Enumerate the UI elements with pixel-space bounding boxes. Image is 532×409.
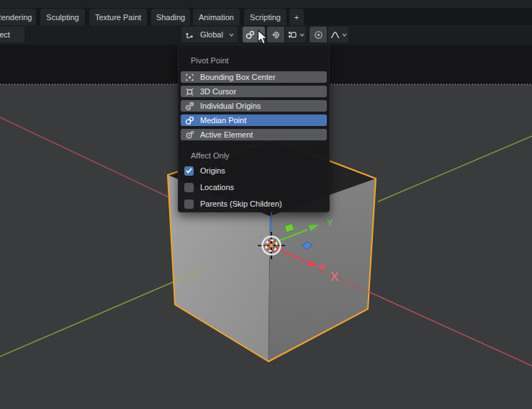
menu-item-bounding-box-center[interactable]: Bounding Box Center — [181, 71, 327, 83]
x-axis-gridline-right — [370, 292, 532, 366]
falloff-curve-icon — [330, 30, 340, 40]
origins-checkbox[interactable] — [184, 166, 194, 176]
checkbox-row-locations[interactable]: Locations — [184, 181, 329, 193]
axis-label-y: Y — [327, 217, 333, 228]
locations-checkbox[interactable] — [184, 183, 194, 192]
object-origin-dot — [269, 243, 273, 247]
tab-animation[interactable]: Animation — [193, 9, 240, 25]
pivot-point-dropdown[interactable] — [243, 27, 265, 42]
pivot-point-menu: Pivot Point Bounding Box Center 3D Curso… — [178, 45, 330, 212]
individual-origins-icon — [185, 102, 194, 111]
topbar-strip — [0, 0, 532, 8]
chevron-down-icon — [229, 33, 234, 37]
mode-dropdown[interactable]: Object — [0, 27, 24, 42]
viewport-header: Object Global — [0, 25, 532, 45]
menu-item-3d-cursor[interactable]: 3D Cursor — [181, 86, 327, 97]
magnet-icon — [271, 30, 281, 40]
snap-with-icon — [288, 30, 297, 40]
check-icon — [186, 168, 192, 174]
chevron-down-icon — [257, 33, 262, 37]
y-axis-gridline-right — [378, 136, 532, 202]
proportional-editing-toggle[interactable] — [310, 27, 327, 42]
pivot-point-icon — [245, 30, 255, 40]
cursor-3d-icon — [185, 87, 194, 96]
topbar: Rendering Sculpting Texture Paint Shadin… — [0, 0, 532, 25]
proportional-editing-icon — [314, 30, 323, 40]
orientation-global-icon — [185, 30, 194, 40]
active-element-icon — [185, 130, 194, 140]
chevron-down-icon — [299, 33, 305, 37]
tab-scripting[interactable]: Scripting — [244, 9, 287, 25]
add-workspace-button[interactable]: + — [289, 9, 304, 25]
tab-shading[interactable]: Shading — [151, 9, 190, 25]
parents-checkbox[interactable] — [184, 199, 194, 209]
menu-item-active-element[interactable]: Active Element — [181, 129, 327, 140]
blender-window: Y X Rendering Sculpting Texture Paint Sh… — [0, 0, 532, 409]
y-axis-gridline-left — [0, 282, 174, 356]
checkbox-row-parents[interactable]: Parents (Skip Children) — [184, 198, 329, 210]
menu-item-median-point[interactable]: Median Point — [181, 114, 327, 126]
snap-settings-dropdown[interactable] — [286, 27, 306, 42]
bounding-box-center-icon — [185, 73, 194, 82]
affect-only-title: Affect Only — [191, 151, 329, 161]
x-axis-gridline-left — [0, 117, 169, 197]
menu-item-individual-origins[interactable]: Individual Origins — [181, 100, 327, 112]
menu-title: Pivot Point — [191, 56, 329, 66]
tab-rendering[interactable]: Rendering — [0, 9, 36, 25]
checkbox-row-origins[interactable]: Origins — [184, 165, 329, 176]
tab-sculpting[interactable]: Sculpting — [40, 9, 85, 25]
axis-label-x: X — [330, 270, 338, 284]
transform-orientation-dropdown[interactable]: Global — [181, 27, 238, 42]
tab-texture-paint[interactable]: Texture Paint — [89, 9, 147, 25]
chevron-down-icon — [342, 33, 347, 37]
snap-toggle-button[interactable] — [267, 27, 284, 42]
median-point-icon — [185, 116, 194, 125]
falloff-dropdown[interactable] — [328, 27, 348, 42]
